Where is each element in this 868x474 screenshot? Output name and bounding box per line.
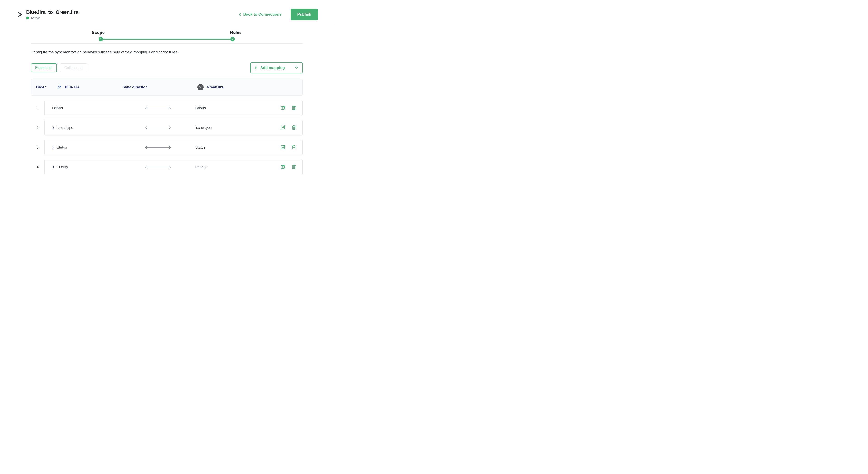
- stepper: Scope Rules 1 2: [31, 30, 303, 43]
- publish-button-label: Publish: [298, 12, 311, 17]
- collapse-all-button: Collapse all: [60, 63, 88, 72]
- row-source: Priority: [57, 165, 68, 169]
- plus-icon: +: [254, 66, 257, 70]
- connection-status: Active: [26, 16, 79, 20]
- expand-all-button[interactable]: Expand all: [31, 63, 57, 72]
- delete-mapping-button[interactable]: [291, 106, 296, 111]
- row-order: 4: [31, 165, 44, 169]
- collapse-all-label: Collapse all: [64, 66, 83, 70]
- stepper-step-scope[interactable]: Scope: [92, 30, 105, 35]
- trash-icon: [291, 125, 296, 129]
- page-header: BlueJira_to_GreenJira Active Back to Con…: [0, 0, 333, 25]
- expand-all-label: Expand all: [35, 66, 52, 70]
- sync-direction-icon: [121, 106, 195, 110]
- chevron-right-icon: [52, 126, 55, 129]
- row-target: Labels: [195, 106, 264, 110]
- trash-icon: [291, 145, 296, 149]
- row-source: Labels: [52, 106, 63, 110]
- expand-row-toggle[interactable]: [52, 166, 55, 169]
- status-dot-icon: [26, 17, 29, 19]
- col-sync: Sync direction: [123, 85, 197, 89]
- jira-icon: [56, 84, 62, 90]
- edit-mapping-button[interactable]: [281, 106, 285, 111]
- add-mapping-label: Add mapping: [260, 66, 285, 70]
- table-row: 2 Issue type Issue type: [31, 120, 303, 136]
- edit-mapping-button[interactable]: [281, 165, 285, 170]
- chevron-left-icon: [239, 13, 241, 16]
- edit-mapping-button[interactable]: [281, 125, 285, 130]
- instruction-text: Configure the synchronization behavior w…: [31, 50, 303, 55]
- table-row: 1 Labels Labels: [31, 100, 303, 116]
- edit-icon: [281, 145, 285, 149]
- stepper-node-1[interactable]: 1: [98, 37, 103, 41]
- chevron-right-icon: [52, 146, 55, 149]
- edit-icon: [281, 165, 285, 169]
- row-source: Status: [57, 145, 67, 149]
- delete-mapping-button[interactable]: [291, 165, 296, 170]
- chevron-down-icon: [295, 66, 298, 69]
- sync-direction-icon: [121, 126, 195, 129]
- stepper-track: [101, 39, 232, 39]
- divider: [291, 65, 291, 70]
- edit-mapping-button[interactable]: [281, 145, 285, 150]
- chevron-right-icon: [52, 166, 55, 169]
- trash-icon: [291, 106, 296, 110]
- col-target: GreenJira: [207, 85, 224, 89]
- back-link-label: Back to Connections: [243, 12, 282, 17]
- row-order: 3: [31, 145, 44, 149]
- row-target: Issue type: [195, 126, 264, 130]
- sync-direction-icon: [121, 146, 195, 149]
- back-to-connections-link[interactable]: Back to Connections: [239, 12, 282, 17]
- stepper-node-2[interactable]: 2: [230, 37, 235, 41]
- expand-row-toggle[interactable]: [52, 146, 55, 149]
- expand-row-toggle[interactable]: [52, 126, 55, 129]
- trash-icon: [291, 165, 296, 169]
- row-source: Issue type: [57, 126, 73, 130]
- delete-mapping-button[interactable]: [291, 145, 296, 150]
- col-order: Order: [36, 85, 56, 89]
- edit-icon: [281, 125, 285, 129]
- connection-title: BlueJira_to_GreenJira: [26, 9, 79, 15]
- mappings-table-head: Order BlueJira Sync direction ? GreenJir…: [31, 79, 303, 96]
- help-icon[interactable]: ?: [197, 84, 204, 90]
- table-row: 3 Status Status: [31, 140, 303, 155]
- connection-status-label: Active: [31, 16, 40, 20]
- mappings-table: Order BlueJira Sync direction ? GreenJir…: [31, 79, 303, 175]
- stepper-step-rules[interactable]: Rules: [230, 30, 242, 35]
- publish-button[interactable]: Publish: [291, 8, 318, 20]
- row-target: Status: [195, 145, 264, 149]
- row-order: 1: [31, 106, 44, 110]
- col-source: BlueJira: [65, 85, 79, 89]
- edit-icon: [281, 106, 285, 110]
- table-row: 4 Priority Priority: [31, 159, 303, 175]
- delete-mapping-button[interactable]: [291, 125, 296, 130]
- row-order: 2: [31, 126, 44, 130]
- expand-sidebar-button[interactable]: [18, 12, 22, 17]
- add-mapping-button[interactable]: + Add mapping: [250, 62, 303, 73]
- row-target: Priority: [195, 165, 264, 169]
- sync-direction-icon: [121, 165, 195, 169]
